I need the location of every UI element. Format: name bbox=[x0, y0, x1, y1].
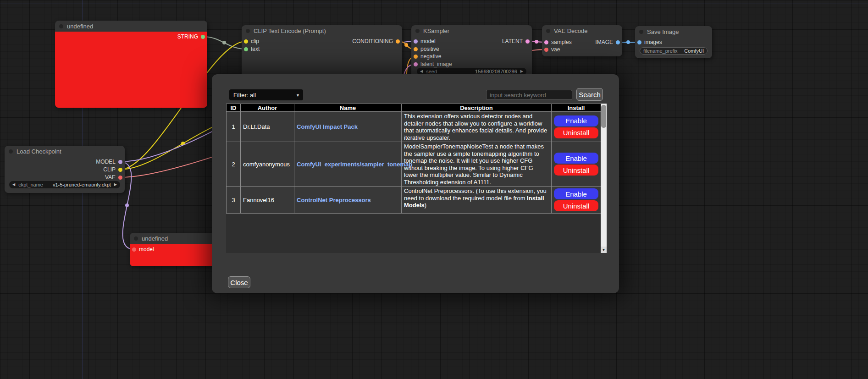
enable-button[interactable]: Enable bbox=[554, 153, 598, 164]
node-title-bar[interactable]: undefined bbox=[130, 233, 216, 244]
enable-button[interactable]: Enable bbox=[554, 188, 598, 199]
canvas-guide-horizontal bbox=[0, 4, 868, 4]
slot-dot[interactable] bbox=[414, 39, 418, 44]
node-title: Save Image bbox=[647, 28, 679, 35]
node-load-checkpoint[interactable]: Load Checkpoint MODEL CLIP VAE ◀ ckpt_na… bbox=[5, 146, 125, 193]
previous-icon[interactable]: ◀ bbox=[12, 183, 15, 187]
collapse-dot-icon[interactable] bbox=[546, 29, 550, 33]
enable-button[interactable]: Enable bbox=[554, 115, 598, 126]
input-slot-clip[interactable]: clip bbox=[244, 38, 259, 45]
node-title-bar[interactable]: undefined bbox=[55, 21, 207, 32]
widget-value: ComfyUI bbox=[684, 48, 704, 54]
collapse-dot-icon[interactable] bbox=[9, 149, 13, 154]
uninstall-button[interactable]: Uninstall bbox=[554, 200, 598, 211]
input-slot-samples[interactable]: samples bbox=[544, 38, 572, 46]
slot-dot[interactable] bbox=[414, 55, 418, 59]
output-slot-clip[interactable]: CLIP bbox=[103, 166, 122, 173]
node-vae-decode[interactable]: VAE Decode samples vae IMAGE bbox=[542, 25, 622, 56]
collapse-dot-icon[interactable] bbox=[246, 29, 250, 33]
link-dot bbox=[125, 203, 129, 207]
node-title-bar[interactable]: Save Image bbox=[635, 26, 712, 37]
slot-dot[interactable] bbox=[414, 47, 418, 51]
slot-dot[interactable] bbox=[118, 160, 122, 164]
slot-dot[interactable] bbox=[525, 39, 530, 44]
slot-dot[interactable] bbox=[118, 168, 122, 172]
slot-dot[interactable] bbox=[244, 39, 248, 44]
link-string-to-text bbox=[203, 37, 246, 49]
link-dot bbox=[535, 40, 538, 44]
slot-dot[interactable] bbox=[132, 247, 136, 252]
decrement-icon[interactable]: ◀ bbox=[420, 70, 423, 73]
input-slot-latent-image[interactable]: latent_image bbox=[414, 60, 452, 68]
output-slot-model[interactable]: MODEL bbox=[96, 158, 122, 165]
close-button[interactable]: Close bbox=[228, 276, 250, 288]
input-slot-negative[interactable]: negative bbox=[414, 53, 441, 60]
slot-dot[interactable] bbox=[414, 62, 418, 66]
collapse-dot-icon[interactable] bbox=[134, 236, 138, 241]
extensions-table: ID Author Name Description Install 1 Dr.… bbox=[226, 104, 601, 214]
extension-link[interactable]: ControlNet Preprocessors bbox=[297, 197, 371, 203]
widget-label: filename_prefix bbox=[643, 48, 678, 54]
cell-author: Dr.Lt.Data bbox=[241, 112, 294, 142]
slot-label: vae bbox=[551, 46, 560, 53]
node-undefined-bottom[interactable]: undefined model bbox=[130, 233, 216, 266]
output-slot-string[interactable]: STRING bbox=[177, 33, 205, 40]
widget-label: ckpt_name bbox=[18, 182, 43, 187]
slot-label: clip bbox=[251, 38, 259, 44]
slot-dot[interactable] bbox=[118, 176, 122, 180]
node-title-bar[interactable]: Load Checkpoint bbox=[5, 146, 125, 157]
slot-dot[interactable] bbox=[616, 40, 620, 44]
search-button[interactable]: Search bbox=[576, 88, 603, 101]
filename-prefix-widget[interactable]: filename_prefix ComfyUI bbox=[640, 47, 708, 55]
slot-dot[interactable] bbox=[544, 40, 548, 44]
output-slot-vae[interactable]: VAE bbox=[105, 174, 122, 181]
table-row: 3 Fannovel16 ControlNet Preprocessors Co… bbox=[227, 187, 601, 214]
increment-icon[interactable]: ▶ bbox=[520, 70, 523, 73]
collapse-dot-icon[interactable] bbox=[415, 29, 420, 33]
header-description: Description bbox=[402, 104, 552, 112]
input-slot-model[interactable]: model bbox=[132, 246, 154, 253]
collapse-dot-icon[interactable] bbox=[639, 30, 643, 34]
node-undefined-top[interactable]: undefined STRING bbox=[55, 21, 207, 108]
input-slot-model[interactable]: model bbox=[414, 38, 436, 45]
scrollbar-thumb[interactable] bbox=[601, 105, 606, 128]
output-slot-conditioning[interactable]: CONDITIONING bbox=[352, 38, 400, 45]
slot-label: samples bbox=[551, 39, 572, 45]
table-header-row: ID Author Name Description Install bbox=[227, 104, 601, 112]
search-input[interactable] bbox=[486, 90, 572, 100]
extension-link[interactable]: ComfyUI_experiments/sampler_tonemap bbox=[297, 161, 412, 168]
node-save-image[interactable]: Save Image images filename_prefix ComfyU… bbox=[635, 26, 712, 58]
widget-value: v1-5-pruned-emaonly.ckpt bbox=[53, 182, 111, 187]
slot-dot[interactable] bbox=[544, 48, 548, 52]
next-icon[interactable]: ▶ bbox=[114, 183, 117, 187]
input-slot-text[interactable]: text bbox=[244, 45, 260, 53]
input-slot-vae[interactable]: vae bbox=[544, 46, 560, 53]
node-title-bar[interactable]: VAE Decode bbox=[542, 25, 622, 36]
uninstall-button[interactable]: Uninstall bbox=[554, 165, 598, 176]
output-slot-image[interactable]: IMAGE bbox=[595, 38, 620, 46]
header-author: Author bbox=[241, 104, 294, 112]
slot-label: negative bbox=[420, 53, 441, 60]
slot-dot[interactable] bbox=[244, 47, 248, 51]
scroll-down-icon[interactable]: ▼ bbox=[601, 247, 607, 253]
header-id: ID bbox=[227, 104, 241, 112]
filter-select[interactable]: Filter: all ▾ bbox=[229, 89, 303, 100]
slot-dot[interactable] bbox=[396, 39, 400, 44]
input-slot-images[interactable]: images bbox=[637, 38, 662, 46]
uninstall-button[interactable]: Uninstall bbox=[554, 127, 598, 138]
output-slot-latent[interactable]: LATENT bbox=[502, 38, 530, 45]
input-slot-positive[interactable]: positive bbox=[414, 45, 439, 53]
ckpt-name-widget[interactable]: ◀ ckpt_name v1-5-pruned-emaonly.ckpt ▶ bbox=[9, 181, 120, 188]
node-title-bar[interactable]: CLIP Text Encode (Prompt) bbox=[242, 25, 402, 36]
cell-install: Enable Uninstall bbox=[552, 142, 601, 187]
header-name: Name bbox=[294, 104, 402, 112]
node-title-bar[interactable]: KSampler bbox=[411, 25, 532, 36]
slot-dot[interactable] bbox=[201, 35, 205, 39]
slot-dot[interactable] bbox=[637, 40, 641, 44]
collapse-dot-icon[interactable] bbox=[59, 24, 63, 28]
slot-label: LATENT bbox=[502, 38, 523, 44]
widget-label: seed bbox=[426, 69, 437, 74]
slot-label: latent_image bbox=[420, 61, 452, 67]
table-scrollbar[interactable]: ▼ bbox=[601, 104, 607, 253]
extension-link[interactable]: ComfyUI Impact Pack bbox=[297, 123, 358, 130]
